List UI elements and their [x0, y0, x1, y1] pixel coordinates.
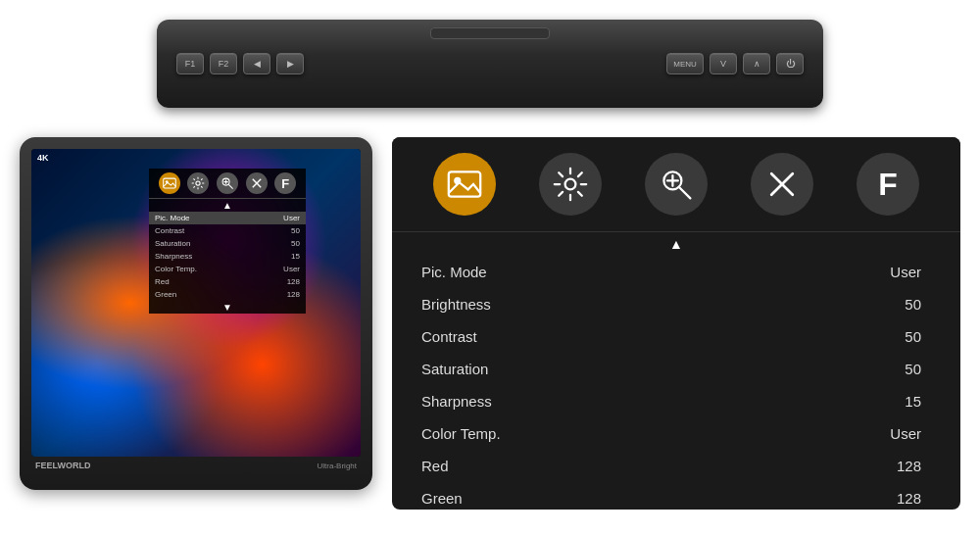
menu-font-icon-btn[interactable]: F: [857, 153, 919, 216]
onscreen-row-red: Red128: [149, 275, 306, 288]
svg-rect-0: [163, 178, 175, 188]
monitor: 4K F ▲: [20, 137, 372, 490]
right-button-group: MENU V ∧ ⏻: [666, 53, 804, 74]
onscreen-tools-icon: [246, 172, 268, 194]
brand-label: FEELWORLD: [35, 461, 91, 470]
menu-row-sharpness: Sharpness 15: [392, 385, 960, 417]
left-button-group: F1 F2 ◀ ▶: [176, 53, 304, 74]
device-body: F1 F2 ◀ ▶ MENU V ∧ ⏻: [157, 20, 823, 108]
f1-button[interactable]: F1: [176, 53, 204, 74]
up-button[interactable]: ∧: [743, 53, 770, 74]
menu-tools-icon-btn[interactable]: [751, 153, 813, 216]
left-button[interactable]: ◀: [243, 53, 270, 74]
f2-button[interactable]: F2: [210, 53, 237, 74]
menu-row-green: Green 128: [392, 482, 960, 510]
menu-row-colortemp: Color Temp. User: [392, 417, 960, 450]
svg-point-2: [196, 181, 200, 185]
svg-line-4: [228, 184, 232, 188]
menu-row-brightness: Brightness 50: [392, 288, 960, 320]
svg-rect-9: [449, 171, 480, 196]
menu-arrow-up: ▲: [392, 232, 960, 256]
4k-label: 4K: [37, 153, 49, 163]
menu-settings-icon-btn[interactable]: [539, 153, 602, 216]
bottom-section: 4K F ▲: [0, 127, 980, 535]
onscreen-row-picmode: Pic. ModeUser: [149, 212, 306, 224]
onscreen-image-icon: [159, 172, 180, 194]
menu-zoom-icon-btn[interactable]: [645, 153, 708, 216]
svg-point-11: [565, 179, 576, 190]
menu-icons-bar: F: [392, 137, 960, 232]
onscreen-font-icon: F: [274, 172, 296, 194]
onscreen-row-green: Green128: [149, 288, 306, 301]
menu-panel: F ▲ Pic. Mode User Brightness 50 Contras…: [392, 137, 960, 510]
menu-button[interactable]: MENU: [666, 53, 704, 74]
onscreen-row-colortemp: Color Temp.User: [149, 263, 306, 275]
monitor-bottom-bar: FEELWORLD Ultra-Bright: [31, 457, 361, 470]
menu-row-contrast: Contrast 50: [392, 320, 960, 353]
onscreen-zoom-icon: [217, 172, 238, 194]
power-button[interactable]: ⏻: [776, 53, 804, 74]
monitor-screen: 4K F ▲: [31, 149, 361, 457]
menu-content: Pic. Mode User Brightness 50 Contrast 50…: [392, 256, 960, 510]
onscreen-settings-icon: [187, 172, 209, 194]
menu-row-saturation: Saturation 50: [392, 353, 960, 385]
onscreen-icons-bar: F: [149, 169, 306, 199]
onscreen-menu: F ▲ Pic. ModeUser Contrast50 Saturation5…: [149, 169, 306, 314]
onscreen-row-sharpness: Sharpness15: [149, 250, 306, 263]
right-button[interactable]: ▶: [276, 53, 304, 74]
menu-row-red: Red 128: [392, 450, 960, 482]
menu-row-picmode: Pic. Mode User: [392, 256, 960, 288]
onscreen-row-contrast: Contrast50: [149, 224, 306, 237]
device-top-view: F1 F2 ◀ ▶ MENU V ∧ ⏻: [0, 0, 980, 127]
v-button[interactable]: V: [710, 53, 737, 74]
onscreen-row-saturation: Saturation50: [149, 237, 306, 250]
svg-line-13: [679, 187, 691, 199]
menu-image-icon-btn[interactable]: [433, 153, 496, 216]
sub-brand-label: Ultra-Bright: [318, 462, 357, 470]
